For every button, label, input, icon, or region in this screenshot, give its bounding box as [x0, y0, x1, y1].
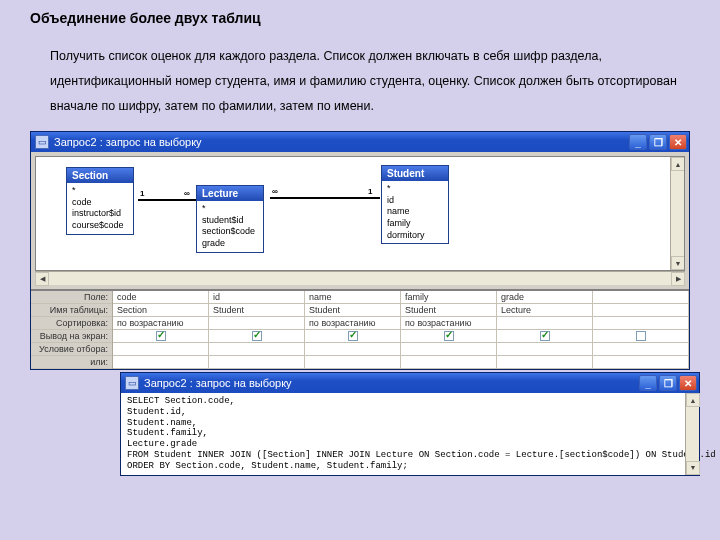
qbe-grid[interactable]: Поле: Имя таблицы: Сортировка: Вывод на …	[31, 289, 689, 369]
join-many-label: ∞	[184, 189, 190, 198]
qbe-cell[interactable]	[497, 356, 592, 369]
maximize-button[interactable]: ❐	[649, 134, 667, 150]
join-many-label-2: ∞	[272, 187, 278, 196]
qbe-cell[interactable]	[497, 317, 592, 330]
qbe-cell[interactable]: Lecture	[497, 304, 592, 317]
qbe-column[interactable]: nameStudentпо возрастанию	[305, 291, 401, 369]
field-item[interactable]: name	[387, 206, 443, 218]
scroll-left-icon[interactable]: ◀	[35, 272, 49, 286]
field-item[interactable]: code	[72, 197, 128, 209]
titlebar[interactable]: ▭ Запрос2 : запрос на выборку _ ❐ ✕	[31, 132, 689, 152]
scroll-up-icon[interactable]: ▲	[686, 393, 700, 407]
qbe-cell[interactable]: code	[113, 291, 208, 304]
show-checkbox-cell[interactable]	[497, 330, 592, 343]
table-box-lecture[interactable]: Lecture * student$id section$code grade	[196, 185, 264, 253]
qbe-cell[interactable]	[593, 356, 688, 369]
field-item[interactable]: *	[387, 183, 443, 195]
query-sql-window: ▭ Запрос2 : запрос на выборку _ ❐ ✕ SELE…	[120, 372, 700, 476]
show-checkbox-cell[interactable]	[401, 330, 496, 343]
checkbox[interactable]	[252, 331, 262, 341]
field-item[interactable]: dormitory	[387, 230, 443, 242]
field-item[interactable]: instructor$id	[72, 208, 128, 220]
field-item[interactable]: *	[72, 185, 128, 197]
qbe-cell[interactable]	[305, 343, 400, 356]
table-title: Student	[382, 166, 448, 181]
qbe-cell[interactable]	[497, 343, 592, 356]
vertical-scrollbar[interactable]: ▲ ▼	[685, 393, 699, 475]
qbe-cell[interactable]	[401, 343, 496, 356]
sql-line: ORDER BY Section.code, Student.name, Stu…	[127, 461, 693, 472]
qbe-cell[interactable]: по возрастанию	[305, 317, 400, 330]
qbe-cell[interactable]: Section	[113, 304, 208, 317]
app-icon: ▭	[125, 376, 139, 390]
close-button[interactable]: ✕	[669, 134, 687, 150]
row-label: Имя таблицы:	[31, 304, 112, 317]
qbe-cell[interactable]: grade	[497, 291, 592, 304]
checkbox[interactable]	[540, 331, 550, 341]
minimize-button[interactable]: _	[639, 375, 657, 391]
vertical-scrollbar[interactable]: ▲ ▼	[670, 157, 684, 270]
row-label: Сортировка:	[31, 317, 112, 330]
qbe-cell[interactable]	[401, 356, 496, 369]
qbe-cell[interactable]: по возрастанию	[113, 317, 208, 330]
qbe-cell[interactable]: по возрастанию	[401, 317, 496, 330]
close-button[interactable]: ✕	[679, 375, 697, 391]
window-title: Запрос2 : запрос на выборку	[144, 377, 639, 389]
scroll-down-icon[interactable]: ▼	[686, 461, 700, 475]
qbe-column[interactable]: codeSectionпо возрастанию	[113, 291, 209, 369]
relationship-diagram[interactable]: 1 ∞ ∞ 1 Section * code instructor$id cou…	[35, 156, 685, 271]
join-one-label-2: 1	[368, 187, 372, 196]
scroll-down-icon[interactable]: ▼	[671, 256, 685, 270]
row-label: Условие отбора:	[31, 343, 112, 356]
sql-text-area[interactable]: SELECT Section.code,Student.id,Student.n…	[121, 393, 699, 475]
qbe-cell[interactable]	[593, 291, 688, 304]
show-checkbox-cell[interactable]	[209, 330, 304, 343]
field-item[interactable]: id	[387, 195, 443, 207]
field-item[interactable]: family	[387, 218, 443, 230]
sql-line: FROM Student INNER JOIN ([Section] INNER…	[127, 450, 693, 461]
checkbox[interactable]	[156, 331, 166, 341]
qbe-cell[interactable]	[113, 343, 208, 356]
checkbox[interactable]	[348, 331, 358, 341]
titlebar[interactable]: ▭ Запрос2 : запрос на выборку _ ❐ ✕	[121, 373, 699, 393]
field-item[interactable]: course$code	[72, 220, 128, 232]
qbe-cell[interactable]: id	[209, 291, 304, 304]
row-label: Поле:	[31, 291, 112, 304]
show-checkbox-cell[interactable]	[593, 330, 688, 343]
scroll-up-icon[interactable]: ▲	[671, 157, 685, 171]
qbe-column[interactable]: idStudent	[209, 291, 305, 369]
field-item[interactable]: *	[202, 203, 258, 215]
show-checkbox-cell[interactable]	[305, 330, 400, 343]
scroll-right-icon[interactable]: ▶	[671, 272, 685, 286]
app-icon: ▭	[35, 135, 49, 149]
qbe-cell[interactable]	[593, 343, 688, 356]
qbe-column[interactable]	[593, 291, 689, 369]
field-item[interactable]: section$code	[202, 226, 258, 238]
checkbox[interactable]	[636, 331, 646, 341]
show-checkbox-cell[interactable]	[113, 330, 208, 343]
horizontal-scrollbar[interactable]: ◀ ▶	[35, 271, 685, 285]
qbe-cell[interactable]: name	[305, 291, 400, 304]
field-item[interactable]: grade	[202, 238, 258, 250]
qbe-column[interactable]: gradeLecture	[497, 291, 593, 369]
qbe-cell[interactable]	[113, 356, 208, 369]
qbe-cell[interactable]: family	[401, 291, 496, 304]
table-box-student[interactable]: Student * id name family dormitory	[381, 165, 449, 244]
table-title: Lecture	[197, 186, 263, 201]
qbe-cell[interactable]	[209, 356, 304, 369]
qbe-cell[interactable]: Student	[209, 304, 304, 317]
qbe-cell[interactable]	[305, 356, 400, 369]
checkbox[interactable]	[444, 331, 454, 341]
maximize-button[interactable]: ❐	[659, 375, 677, 391]
field-item[interactable]: student$id	[202, 215, 258, 227]
qbe-cell[interactable]: Student	[305, 304, 400, 317]
qbe-cell[interactable]	[593, 304, 688, 317]
qbe-column[interactable]: familyStudentпо возрастанию	[401, 291, 497, 369]
table-box-section[interactable]: Section * code instructor$id course$code	[66, 167, 134, 235]
sql-line: Lecture.grade	[127, 439, 693, 450]
minimize-button[interactable]: _	[629, 134, 647, 150]
qbe-cell[interactable]: Student	[401, 304, 496, 317]
qbe-cell[interactable]	[209, 317, 304, 330]
qbe-cell[interactable]	[209, 343, 304, 356]
qbe-cell[interactable]	[593, 317, 688, 330]
